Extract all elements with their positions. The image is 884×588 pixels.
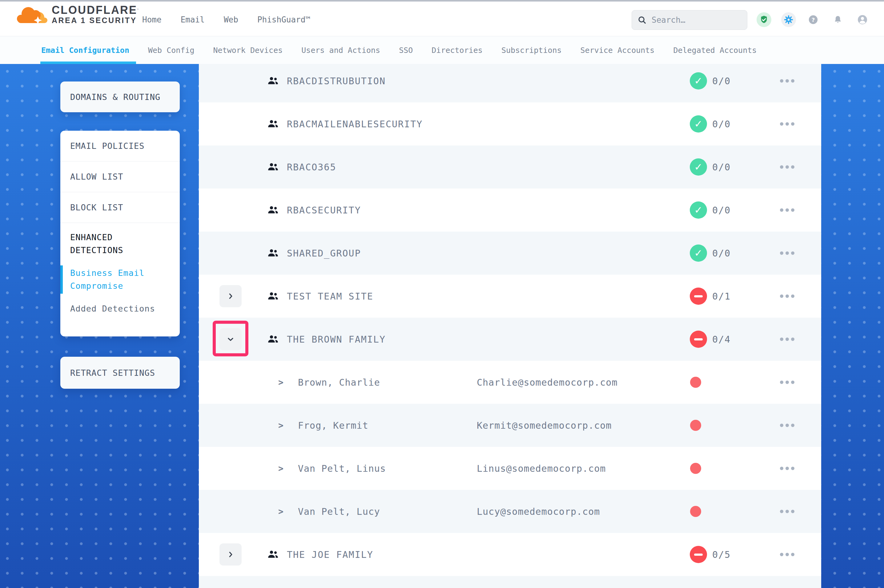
group-name: SHARED_GROUP xyxy=(287,248,361,259)
table-row[interactable]: RBACDISTRUBUTION 0/0 xyxy=(199,64,821,102)
sidebar-item-label: DOMAINS & ROUTING xyxy=(70,92,160,102)
tab-subscriptions[interactable]: Subscriptions xyxy=(501,36,562,64)
chevron-right-icon xyxy=(227,292,235,300)
group-people-icon xyxy=(266,161,280,173)
nav-home[interactable]: Home xyxy=(142,15,162,24)
nav-email[interactable]: Email xyxy=(181,15,205,24)
row-more-button[interactable] xyxy=(777,334,797,344)
status-badge-ok xyxy=(690,116,707,132)
row-more-button[interactable] xyxy=(777,507,797,516)
sidebar-item-business-email-compromise[interactable]: Business Email Compromise xyxy=(70,267,170,292)
enhanced-detections-heading: ENHANCED DETECTIONS xyxy=(70,231,170,257)
tab-email-configuration[interactable]: Email Configuration xyxy=(41,36,129,64)
gear-icon[interactable] xyxy=(781,12,796,27)
table-row-member[interactable]: > Brown, Charlie Charlie@somedemocorp.co… xyxy=(199,361,821,404)
search-input[interactable] xyxy=(652,15,741,25)
row-more-button[interactable] xyxy=(777,421,797,430)
sidebar-item-retract-settings[interactable]: RETRACT SETTINGS xyxy=(60,357,180,389)
shield-check-icon[interactable] xyxy=(756,12,771,27)
row-more-button[interactable] xyxy=(777,291,797,301)
status-badge-ok xyxy=(690,72,707,90)
group-name: RBACMAILENABLESECURITY xyxy=(287,119,422,129)
search-box[interactable] xyxy=(631,10,747,30)
tab-users-and-actions[interactable]: Users and Actions xyxy=(301,36,380,64)
tab-service-accounts[interactable]: Service Accounts xyxy=(580,36,655,64)
sidebar-item-added-detections[interactable]: Added Detections xyxy=(70,302,170,315)
badge-count: 0/4 xyxy=(712,334,731,345)
tab-web-config[interactable]: Web Config xyxy=(148,36,194,64)
help-icon[interactable]: ? xyxy=(806,12,821,27)
table-row[interactable]: RBACO365 0/0 xyxy=(199,146,821,189)
tab-sso[interactable]: SSO xyxy=(399,36,413,64)
email-policies-card: EMAIL POLICIES ALLOW LIST BLOCK LIST ENH… xyxy=(60,131,180,336)
row-more-button[interactable] xyxy=(777,76,797,86)
row-more-button[interactable] xyxy=(777,206,797,215)
status-badge-ok xyxy=(690,158,707,176)
cloudflare-logo[interactable]: CLOUDFLARE’ AREA 1 SECURITY xyxy=(15,4,140,25)
table-row-member[interactable]: > Van Pelt, Linus Linus@somedemocorp.com xyxy=(199,447,821,490)
badge-count: 0/0 xyxy=(712,162,731,172)
member-name: Van Pelt, Lucy xyxy=(298,506,380,517)
group-name: THE BROWN FAMILY xyxy=(287,334,386,345)
primary-nav: Home Email Web PhishGuard™ xyxy=(142,2,310,38)
sidebar-item-block-list[interactable]: BLOCK LIST xyxy=(60,192,180,223)
row-more-button[interactable] xyxy=(777,162,797,172)
expand-row-button[interactable] xyxy=(219,285,242,307)
group-name: THE JOE FAMILY xyxy=(287,549,373,560)
table-row[interactable]: TEST TEAM SITE 0/1 xyxy=(199,274,821,318)
groups-list: RBACDISTRUBUTION 0/0 RBACMAILENABLESECUR… xyxy=(199,64,821,588)
table-row[interactable]: THE BROWN FAMILY 0/4 xyxy=(199,318,821,361)
table-row-member[interactable]: > Frog, Kermit Kermit@somedemocorp.com xyxy=(199,404,821,447)
badge-count: 0/5 xyxy=(712,549,731,560)
chevron-right-icon[interactable]: > xyxy=(278,420,284,430)
logo-title: CLOUDFLARE’ xyxy=(52,4,140,16)
svg-text:?: ? xyxy=(812,16,815,23)
table-row[interactable]: RBACSECURITY 0/0 xyxy=(199,189,821,232)
status-dot-blocked xyxy=(690,506,701,517)
table-row-member[interactable]: > Van Pelt, Lucy Lucy@somedemocorp.com xyxy=(199,490,821,533)
member-email: Linus@somedemocorp.com xyxy=(477,463,606,474)
nav-phishguard[interactable]: PhishGuard™ xyxy=(257,15,310,24)
group-people-icon xyxy=(266,247,280,259)
row-more-button[interactable] xyxy=(777,378,797,387)
row-more-button[interactable] xyxy=(777,550,797,560)
account-person-icon[interactable] xyxy=(855,12,870,27)
sidebar-item-domains-routing[interactable]: DOMAINS & ROUTING xyxy=(60,81,180,112)
nav-web[interactable]: Web xyxy=(224,15,238,24)
badge-count: 0/1 xyxy=(712,291,731,302)
page: CLOUDFLARE’ AREA 1 SECURITY Home Email W… xyxy=(0,0,884,588)
table-row[interactable]: THE JOE FAMILY 0/5 xyxy=(199,533,821,576)
chevron-right-icon[interactable]: > xyxy=(278,377,284,387)
status-dot-blocked xyxy=(690,377,701,388)
collapse-row-button[interactable] xyxy=(219,328,242,350)
status-badge-ok xyxy=(690,244,707,262)
status-badge-ok xyxy=(690,201,707,219)
badge-count: 0/0 xyxy=(712,248,731,259)
badge-count: 0/0 xyxy=(712,76,731,86)
expand-row-button[interactable] xyxy=(219,543,242,566)
groups-panel: RBACDISTRUBUTION 0/0 RBACMAILENABLESECUR… xyxy=(199,64,821,588)
tab-delegated-accounts[interactable]: Delegated Accounts xyxy=(673,36,756,64)
chevron-right-icon[interactable]: > xyxy=(278,507,284,517)
member-email: Lucy@somedemocorp.com xyxy=(477,506,600,517)
sidebar-item-allow-list[interactable]: ALLOW LIST xyxy=(60,162,180,192)
header-icon-cluster: ? xyxy=(756,2,870,38)
status-badge-blocked xyxy=(690,288,707,305)
status-badge-blocked xyxy=(690,331,707,348)
sidebar-item-email-policies[interactable]: EMAIL POLICIES xyxy=(60,131,180,162)
app-header: CLOUDFLARE’ AREA 1 SECURITY Home Email W… xyxy=(0,0,884,36)
tab-directories[interactable]: Directories xyxy=(431,36,483,64)
tab-network-devices[interactable]: Network Devices xyxy=(213,36,283,64)
chevron-right-icon[interactable]: > xyxy=(278,464,284,474)
row-more-button[interactable] xyxy=(777,249,797,258)
group-name: RBACSECURITY xyxy=(287,205,361,216)
table-row[interactable]: SHARED_GROUP 0/0 xyxy=(199,232,821,274)
notifications-bell-icon[interactable] xyxy=(830,12,845,27)
row-more-button[interactable] xyxy=(777,464,797,473)
member-email: Charlie@somedemocorp.com xyxy=(477,377,618,388)
row-more-button[interactable] xyxy=(777,119,797,129)
group-people-icon xyxy=(266,290,280,302)
status-dot-blocked xyxy=(690,420,701,431)
table-row[interactable]: RBACMAILENABLESECURITY 0/0 xyxy=(199,102,821,146)
search-icon xyxy=(637,15,647,25)
